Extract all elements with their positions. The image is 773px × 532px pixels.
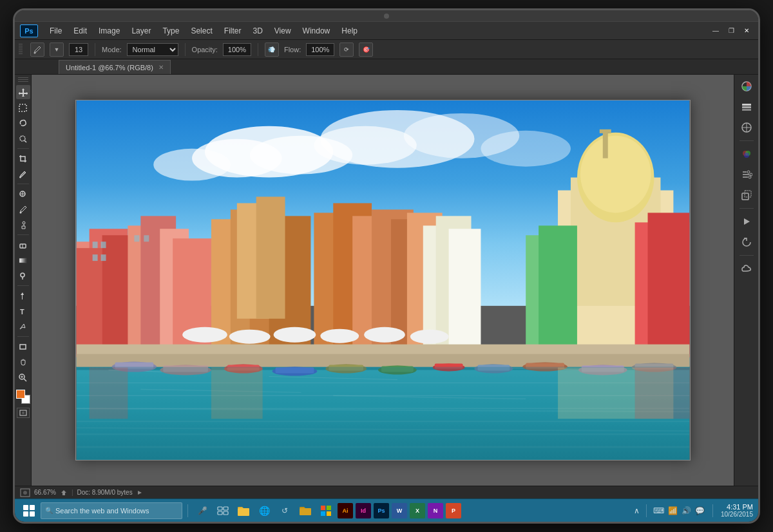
properties-panel-btn[interactable] [738,166,756,184]
taskbar-file-explorer[interactable] [234,502,253,520]
taskbar-folder[interactable] [296,502,314,520]
brush-tool-icon[interactable] [30,43,44,57]
path-select-tool[interactable] [16,319,30,334]
clone-stamp-tool[interactable] [16,218,30,232]
taskbar-store[interactable] [317,502,335,520]
windows-logo [23,505,35,517]
menu-edit[interactable]: Edit [68,25,92,37]
taskbar-word[interactable]: W [392,503,407,518]
opacity-input[interactable] [223,43,251,56]
menu-file[interactable]: File [44,25,67,37]
clone-source-panel-btn[interactable] [738,186,756,204]
pressure-icon[interactable]: 🎯 [359,43,373,57]
svg-rect-54 [144,235,149,242]
creative-cloud-btn[interactable] [738,260,756,278]
crop-tool[interactable] [16,151,30,166]
maximize-button[interactable]: ❐ [725,26,738,35]
menu-filter[interactable]: Filter [219,25,247,37]
layers-panel-btn[interactable] [738,98,756,116]
menu-type[interactable]: Type [157,25,184,37]
action-center-icon[interactable]: 💬 [695,506,705,515]
screen-mode-btn[interactable] [17,408,30,418]
airbrush-icon[interactable]: 💨 [265,43,279,57]
healing-brush-tool[interactable] [16,187,30,201]
taskbar-search[interactable]: 🔍 Search the web and Windows [41,502,182,519]
start-button[interactable] [20,502,38,520]
gradient-tool[interactable] [16,253,30,267]
svg-point-135 [750,173,752,176]
move-tool[interactable] [16,85,30,99]
title-bar: Ps File Edit Image Layer Type Select Fil… [15,22,758,40]
color-panel-btn[interactable] [738,77,756,95]
network-icon[interactable]: 📶 [668,506,678,515]
history-panel-btn[interactable] [738,233,756,251]
svg-rect-79 [448,229,481,357]
win-logo-sq-2 [30,505,35,510]
hand-tool[interactable] [16,355,30,369]
smoothing-icon[interactable]: ⟳ [339,43,354,57]
zoom-tool[interactable] [16,370,30,385]
menu-window[interactable]: Window [298,25,336,37]
svg-point-27 [153,149,231,181]
menu-image[interactable]: Image [93,25,125,37]
color-swatch-container [16,390,30,404]
minimize-button[interactable]: — [709,26,722,35]
brush-tool[interactable] [16,202,30,216]
mode-select[interactable]: Normal Multiply Screen Overlay Dissolve [127,43,178,56]
up-arrow-icon[interactable]: ∧ [634,506,640,515]
svg-rect-50 [100,242,106,248]
eraser-tool[interactable] [16,238,30,252]
keyboard-icon[interactable]: ⌨ [653,506,664,515]
taskbar-powerpoint[interactable]: P [446,503,461,518]
svg-point-13 [21,273,24,277]
tab-bar: Untitled-1 @66.7% (RGB/8) ✕ [15,59,758,75]
svg-rect-151 [321,511,325,516]
close-button[interactable]: ✕ [740,26,753,35]
taskbar-excel[interactable]: X [410,503,425,518]
svg-point-0 [34,52,36,53]
separator-3 [258,43,258,56]
taskbar-refresh[interactable]: ↺ [276,502,294,520]
canvas-container [75,100,691,461]
eyedropper-tool[interactable] [16,167,30,181]
dodge-tool[interactable] [16,269,30,283]
panel-sep-1 [740,140,754,141]
foreground-color-swatch[interactable] [16,390,25,399]
menu-select[interactable]: Select [186,25,217,37]
adjustments-panel-btn[interactable] [738,119,756,137]
actions-panel-btn[interactable] [738,213,756,231]
brush-size-toggle[interactable]: ▼ [50,43,64,57]
menu-help[interactable]: Help [336,25,363,37]
photoshop-canvas[interactable] [75,100,691,461]
opacity-label: Opacity: [192,46,218,53]
clock-divider [712,504,713,517]
taskbar-illustrator[interactable]: Ai [338,503,353,518]
taskbar-onenote[interactable]: N [428,503,443,518]
separator-1 [95,43,95,56]
pen-tool[interactable] [16,289,30,303]
tab-close-button[interactable]: ✕ [158,64,164,71]
arrow-right-icon [137,489,143,496]
system-clock[interactable]: 4:31 PM 10/26/2015 [721,503,753,518]
shape-tool[interactable] [16,339,30,354]
svg-point-87 [410,330,448,344]
taskbar-indesign[interactable]: Id [356,503,371,518]
menu-3d[interactable]: 3D [247,25,267,37]
tray-divider [646,504,647,517]
lasso-tool[interactable] [16,116,30,130]
taskbar-edge[interactable]: 🌐 [255,502,273,520]
taskbar-photoshop[interactable]: Ps [374,503,389,518]
marquee-tool[interactable] [16,100,30,115]
menu-view[interactable]: View [269,25,296,37]
menu-layer[interactable]: Layer [126,25,156,37]
cortana-icon[interactable]: 🎤 [193,502,211,520]
brush-size-input[interactable] [69,43,88,56]
type-tool[interactable]: T [16,304,30,318]
quick-select-tool[interactable] [16,131,30,146]
document-tab[interactable]: Untitled-1 @66.7% (RGB/8) ✕ [59,60,171,74]
task-view-button[interactable] [214,502,232,520]
channels-panel-btn[interactable] [738,145,756,163]
svg-rect-12 [19,258,26,263]
volume-icon[interactable]: 🔊 [682,506,691,515]
flow-input[interactable] [306,43,334,56]
